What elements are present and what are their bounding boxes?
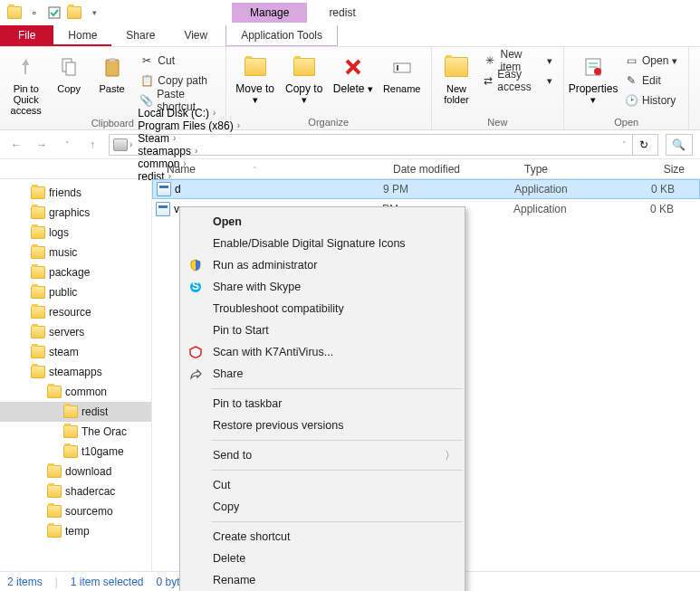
context-label: Pin to Start xyxy=(213,324,455,337)
context-label: Share xyxy=(213,367,455,380)
blank-icon xyxy=(187,572,204,588)
tree-label: redist xyxy=(82,405,108,418)
copy-button[interactable]: Copy xyxy=(50,51,87,94)
column-headers[interactable]: Name ˄ Date modified Type Size xyxy=(0,159,700,179)
tree-item[interactable]: shadercac xyxy=(0,481,151,501)
blank-icon xyxy=(187,235,204,252)
context-item[interactable]: Scan with K7AntiVirus... xyxy=(180,341,465,363)
context-item[interactable]: Restore previous versions xyxy=(180,415,465,436)
breadcrumb-dropdown[interactable]: ˅ xyxy=(618,136,630,154)
context-item[interactable]: Delete xyxy=(180,548,465,569)
up-button[interactable]: ↑ xyxy=(83,136,101,154)
paste-button[interactable]: Paste xyxy=(93,51,130,94)
context-item[interactable]: Run as administrator xyxy=(180,254,465,276)
tab-application-tools[interactable]: Application Tools xyxy=(225,25,338,46)
pin-quick-access-button[interactable]: Pin to Quick access xyxy=(7,51,44,116)
tree-item[interactable]: music xyxy=(0,243,151,262)
history-button[interactable]: 🕑History xyxy=(620,91,681,110)
column-type[interactable]: Type xyxy=(524,163,638,176)
svg-rect-5 xyxy=(394,63,410,72)
tree-item[interactable]: redist xyxy=(0,402,151,422)
crumb[interactable]: Local Disk (C:)› xyxy=(134,107,244,119)
invert-selection-button[interactable] xyxy=(696,91,700,110)
tree-item[interactable]: resource xyxy=(0,302,151,322)
file-date: 9 PM xyxy=(383,183,514,195)
properties-button[interactable]: Properties ▾ xyxy=(571,51,615,105)
tree-item[interactable]: public xyxy=(0,282,151,302)
forward-button[interactable]: → xyxy=(33,136,51,154)
tree-item[interactable]: temp xyxy=(0,521,151,541)
cut-button[interactable]: ✂Cut xyxy=(136,51,217,71)
tree-item[interactable]: download xyxy=(0,462,151,481)
open-button[interactable]: ▭Open ▾ xyxy=(620,51,681,71)
blank-icon xyxy=(187,529,204,545)
breadcrumb[interactable]: › Local Disk (C:)›Program Files (x86)›St… xyxy=(109,134,658,156)
qat-dropdown-icon[interactable]: ▾ xyxy=(87,5,101,20)
context-item[interactable]: Pin to taskbar xyxy=(180,393,465,415)
context-item[interactable]: Send to 〉 xyxy=(180,444,465,466)
recent-dropdown[interactable]: ˅ xyxy=(58,136,76,154)
context-item[interactable]: Cut xyxy=(180,474,465,496)
context-item[interactable]: Create shortcut xyxy=(180,526,465,548)
folder-icon xyxy=(47,386,62,398)
rename-button[interactable]: Rename xyxy=(380,51,424,94)
delete-button[interactable]: Delete ▾ xyxy=(331,51,375,94)
copy-to-icon xyxy=(290,52,319,81)
open-icon: ▭ xyxy=(624,53,638,68)
column-size[interactable]: Size xyxy=(638,163,692,176)
folder-icon xyxy=(31,326,45,338)
save-slot-icon: ▫ xyxy=(27,5,42,20)
tree-item[interactable]: servers xyxy=(0,322,151,342)
move-to-button[interactable]: Move to ▾ xyxy=(234,51,277,105)
context-item[interactable]: Copy xyxy=(180,496,465,518)
tree-item[interactable]: friends xyxy=(0,183,151,203)
tree-item[interactable]: common xyxy=(0,382,151,402)
crumb[interactable]: Program Files (x86)› xyxy=(134,119,244,132)
context-label: Pin to taskbar xyxy=(213,397,455,410)
crumb[interactable]: Steam› xyxy=(134,132,244,145)
tree-item[interactable]: logs xyxy=(0,223,151,243)
contextual-tab-manage[interactable]: Manage xyxy=(232,3,307,23)
select-all-button[interactable]: Se xyxy=(696,51,700,71)
folder-icon xyxy=(31,306,45,319)
context-separator xyxy=(211,440,463,441)
context-item[interactable]: Troubleshoot compatibility xyxy=(180,298,465,319)
crumb[interactable]: steamapps› xyxy=(134,145,244,157)
tree-item[interactable]: sourcemo xyxy=(0,501,151,521)
tree-item[interactable]: t10game xyxy=(0,442,151,462)
copy-to-button[interactable]: Copy to ▾ xyxy=(283,51,326,105)
context-item[interactable]: Pin to Start xyxy=(180,319,465,341)
tree-item[interactable]: package xyxy=(0,262,151,282)
context-item[interactable]: Share xyxy=(180,363,465,385)
tab-file[interactable]: File xyxy=(0,25,53,46)
column-name[interactable]: Name xyxy=(167,163,196,176)
edit-button[interactable]: ✎Edit xyxy=(620,71,681,91)
blank-icon xyxy=(187,550,204,567)
context-item[interactable]: Enable/Disable Digital Signature Icons xyxy=(180,233,465,254)
tree-item[interactable]: The Orac xyxy=(0,422,151,442)
tree-label: t10game xyxy=(82,445,124,458)
tree-item[interactable]: steamapps xyxy=(0,362,151,382)
context-item[interactable]: S Share with Skype xyxy=(180,276,465,298)
column-date[interactable]: Date modified xyxy=(393,163,524,176)
tab-home[interactable]: Home xyxy=(53,25,111,46)
search-input[interactable]: 🔍 xyxy=(666,134,693,156)
back-button[interactable]: ← xyxy=(7,136,25,154)
file-row[interactable]: d 9 PM Application 0 KB xyxy=(152,179,700,199)
blank-icon xyxy=(187,396,204,412)
tab-view[interactable]: View xyxy=(169,25,222,46)
checkbox-icon[interactable] xyxy=(47,5,62,20)
new-folder-button[interactable]: New folder xyxy=(439,51,475,105)
navigation-tree[interactable]: friendsgraphicslogsmusicpackagepublicres… xyxy=(0,179,152,571)
select-none-button[interactable] xyxy=(696,71,700,91)
tab-share[interactable]: Share xyxy=(111,25,169,46)
tree-item[interactable]: steam xyxy=(0,342,151,362)
folder-icon xyxy=(31,206,45,219)
easy-access-button[interactable]: ⇄Easy access ▾ xyxy=(479,71,556,91)
context-item[interactable]: Rename xyxy=(180,569,465,591)
edit-icon: ✎ xyxy=(624,73,638,88)
refresh-button[interactable]: ↻ xyxy=(632,135,654,155)
tree-item[interactable]: graphics xyxy=(0,203,151,223)
context-label: Open xyxy=(213,215,455,228)
context-item[interactable]: Open xyxy=(180,211,465,233)
